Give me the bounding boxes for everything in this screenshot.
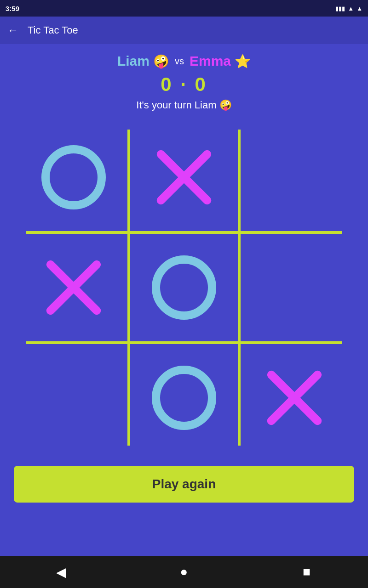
- x-piece: [152, 145, 216, 209]
- cell-2-1[interactable]: [129, 343, 239, 453]
- score2: 0: [195, 74, 207, 95]
- player1-emoji: 🤪: [153, 54, 169, 69]
- status-icons: ▮▮▮ ▲ ▲: [335, 5, 362, 12]
- nav-bar: ◀ ● ■: [0, 556, 368, 588]
- players-row: Liam 🤪 vs Emma ⭐: [117, 53, 251, 69]
- score-display: 0 · 0: [161, 74, 207, 96]
- score1: 0: [161, 74, 173, 95]
- signal-icon: ▲: [356, 5, 362, 12]
- wifi-icon: ▲: [348, 5, 354, 12]
- turn-text: It's your turn Liam 🤪: [136, 99, 231, 111]
- player2-name: Emma: [190, 53, 231, 69]
- cell-1-1[interactable]: [129, 232, 239, 343]
- o-piece: [152, 366, 216, 430]
- player1-name: Liam: [117, 53, 150, 69]
- vs-label: vs: [175, 56, 184, 67]
- x-piece: [262, 366, 327, 430]
- score-row: 0 · 0: [161, 74, 207, 96]
- o-piece: [41, 145, 106, 209]
- nav-recent-button[interactable]: ■: [293, 558, 321, 586]
- cell-0-2[interactable]: [239, 122, 350, 232]
- cell-2-0[interactable]: [18, 343, 129, 453]
- play-again-button[interactable]: Play again: [14, 466, 354, 503]
- battery-icon: ▮▮▮: [335, 5, 345, 12]
- back-button[interactable]: ←: [7, 24, 18, 37]
- cell-2-2[interactable]: [239, 343, 350, 453]
- toolbar: ← Tic Tac Toe: [0, 17, 368, 44]
- x-piece: [41, 255, 106, 320]
- cell-0-0[interactable]: [18, 122, 129, 232]
- cell-1-0[interactable]: [18, 232, 129, 343]
- nav-back-button[interactable]: ◀: [47, 558, 75, 586]
- player2-emoji: ⭐: [235, 54, 251, 69]
- status-bar: 3:59 ▮▮▮ ▲ ▲: [0, 0, 368, 17]
- score-separator: ·: [180, 74, 195, 95]
- cell-0-1[interactable]: [129, 122, 239, 232]
- main-content: Liam 🤪 vs Emma ⭐ 0 · 0 It's your turn Li…: [0, 44, 368, 556]
- nav-home-button[interactable]: ●: [170, 558, 198, 586]
- toolbar-title: Tic Tac Toe: [28, 24, 78, 36]
- cell-1-2[interactable]: [239, 232, 350, 343]
- game-board[interactable]: [18, 122, 350, 453]
- o-piece: [152, 255, 216, 320]
- status-time: 3:59: [6, 5, 19, 12]
